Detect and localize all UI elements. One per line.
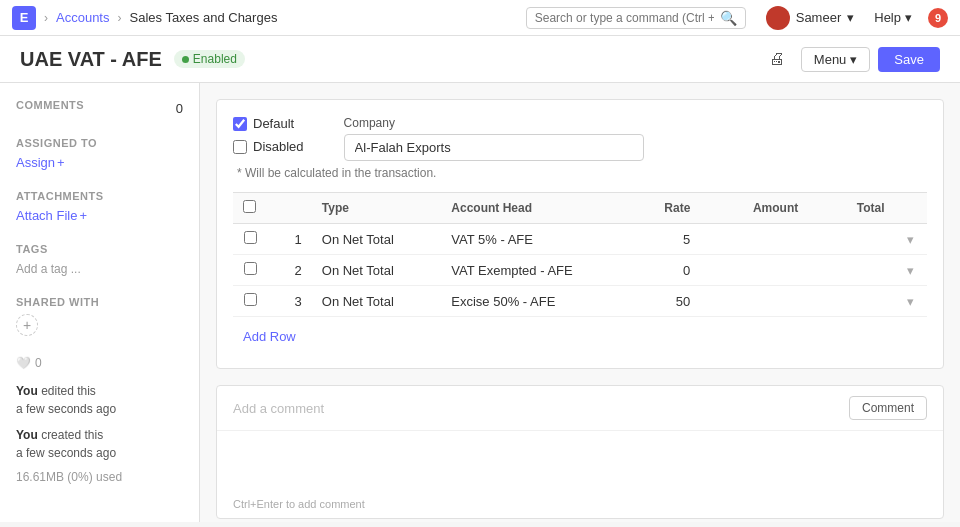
disabled-label: Disabled bbox=[253, 139, 304, 154]
row-action-1[interactable]: ▾ bbox=[895, 255, 927, 286]
comment-button[interactable]: Comment bbox=[849, 396, 927, 420]
row-rate-0: 5 bbox=[614, 224, 700, 255]
row-total-1 bbox=[808, 255, 894, 286]
comment-placeholder: Add a comment bbox=[233, 401, 324, 416]
help-menu[interactable]: Help ▾ bbox=[874, 10, 912, 25]
row-rate-1: 0 bbox=[614, 255, 700, 286]
avatar bbox=[766, 6, 790, 30]
row-checkbox-cell bbox=[233, 224, 269, 255]
menu-label: Menu bbox=[814, 52, 847, 67]
sidebar-comments-section: Comments 0 bbox=[16, 99, 183, 117]
shared-add-button[interactable]: + bbox=[16, 314, 38, 336]
activity-time-2: a few seconds ago bbox=[16, 446, 116, 460]
attachments-label: ATTACHMENTS bbox=[16, 190, 183, 202]
add-row-button[interactable]: Add Row bbox=[233, 321, 306, 352]
note-text: * Will be calculated in the transaction. bbox=[233, 166, 927, 180]
row-type-2: On Net Total bbox=[312, 286, 442, 317]
table-row: 2 On Net Total VAT Exempted - AFE 0 ▾ bbox=[233, 255, 927, 286]
row-dropdown-icon-0[interactable]: ▾ bbox=[907, 232, 914, 247]
search-bar: 🔍 bbox=[526, 7, 746, 29]
search-input[interactable] bbox=[535, 11, 714, 25]
assigned-label: ASSIGNED TO bbox=[16, 137, 183, 149]
help-dropdown-icon: ▾ bbox=[905, 10, 912, 25]
select-all-checkbox[interactable] bbox=[243, 200, 256, 213]
disabled-checkbox[interactable] bbox=[233, 140, 247, 154]
status-badge: Enabled bbox=[174, 50, 245, 68]
storage-info: 16.61MB (0%) used bbox=[16, 470, 183, 484]
row-checkbox-cell bbox=[233, 255, 269, 286]
row-account-2: Excise 50% - AFE bbox=[441, 286, 614, 317]
app-icon: E bbox=[12, 6, 36, 30]
sidebar: Comments 0 ASSIGNED TO Assign + ATTACHME… bbox=[0, 83, 200, 522]
disabled-checkbox-row[interactable]: Disabled bbox=[233, 139, 304, 154]
print-button[interactable]: 🖨 bbox=[761, 46, 793, 72]
default-label: Default bbox=[253, 116, 294, 131]
company-input[interactable] bbox=[344, 134, 644, 161]
attach-label: Attach File bbox=[16, 208, 77, 223]
form-top-row: Default Disabled Company bbox=[233, 116, 927, 166]
comments-count: 0 bbox=[176, 101, 183, 116]
activity-user-1: You bbox=[16, 384, 38, 398]
menu-button[interactable]: Menu ▾ bbox=[801, 47, 871, 72]
row-amount-2 bbox=[700, 286, 808, 317]
assign-button[interactable]: Assign + bbox=[16, 155, 65, 170]
default-checkbox[interactable] bbox=[233, 117, 247, 131]
row-amount-1 bbox=[700, 255, 808, 286]
comment-header: Add a comment Comment bbox=[217, 386, 943, 431]
form-card: Default Disabled Company * Will be calcu… bbox=[216, 99, 944, 369]
row-account-0: VAT 5% - AFE bbox=[441, 224, 614, 255]
breadcrumb-sep-2: › bbox=[117, 11, 121, 25]
sidebar-assigned-section: ASSIGNED TO Assign + bbox=[16, 137, 183, 170]
breadcrumb-current: Sales Taxes and Charges bbox=[129, 10, 277, 25]
comment-hint: Ctrl+Enter to add comment bbox=[217, 494, 943, 518]
th-checkbox bbox=[233, 193, 269, 224]
activity-action-1: edited this bbox=[41, 384, 96, 398]
comment-textarea[interactable] bbox=[217, 431, 943, 491]
table-row: 3 On Net Total Excise 50% - AFE 50 ▾ bbox=[233, 286, 927, 317]
activity-action-2: created this bbox=[41, 428, 103, 442]
activity-item-2: You created this a few seconds ago bbox=[16, 426, 183, 462]
heart-icon[interactable]: 🤍 bbox=[16, 356, 31, 370]
row-type-0: On Net Total bbox=[312, 224, 442, 255]
comment-card: Add a comment Comment Ctrl+Enter to add … bbox=[216, 385, 944, 519]
row-dropdown-icon-1[interactable]: ▾ bbox=[907, 263, 914, 278]
tag-add-button[interactable]: Add a tag ... bbox=[16, 262, 81, 276]
row-total-2 bbox=[808, 286, 894, 317]
row-account-1: VAT Exempted - AFE bbox=[441, 255, 614, 286]
save-button[interactable]: Save bbox=[878, 47, 940, 72]
form-card-body: Default Disabled Company * Will be calcu… bbox=[217, 100, 943, 368]
row-action-0[interactable]: ▾ bbox=[895, 224, 927, 255]
help-label: Help bbox=[874, 10, 901, 25]
user-name: Sameer bbox=[796, 10, 842, 25]
tags-label: TAGS bbox=[16, 243, 183, 255]
row-total-0 bbox=[808, 224, 894, 255]
page-header: UAE VAT - AFE Enabled 🖨 Menu ▾ Save bbox=[0, 36, 960, 83]
status-label: Enabled bbox=[193, 52, 237, 66]
page-title: UAE VAT - AFE bbox=[20, 48, 162, 71]
header-actions: 🖨 Menu ▾ Save bbox=[761, 46, 940, 72]
row-type-1: On Net Total bbox=[312, 255, 442, 286]
main-content: Comments 0 ASSIGNED TO Assign + ATTACHME… bbox=[0, 83, 960, 522]
row-checkbox-0[interactable] bbox=[244, 231, 257, 244]
row-action-2[interactable]: ▾ bbox=[895, 286, 927, 317]
attach-button[interactable]: Attach File + bbox=[16, 208, 87, 223]
row-dropdown-icon-2[interactable]: ▾ bbox=[907, 294, 914, 309]
company-label: Company bbox=[344, 116, 644, 130]
row-num-0: 1 bbox=[269, 224, 312, 255]
user-menu[interactable]: Sameer ▾ bbox=[766, 6, 855, 30]
search-icon: 🔍 bbox=[720, 10, 737, 26]
notification-badge[interactable]: 9 bbox=[928, 8, 948, 28]
th-type: Type bbox=[312, 193, 442, 224]
tax-table: Type Account Head Rate Amount Total 1 On… bbox=[233, 192, 927, 317]
right-panel: Default Disabled Company * Will be calcu… bbox=[200, 83, 960, 522]
row-checkbox-2[interactable] bbox=[244, 293, 257, 306]
form-checkboxes: Default Disabled bbox=[233, 116, 304, 154]
topnav: E › Accounts › Sales Taxes and Charges 🔍… bbox=[0, 0, 960, 36]
th-total: Total bbox=[808, 193, 894, 224]
row-checkbox-1[interactable] bbox=[244, 262, 257, 275]
assign-plus-icon: + bbox=[57, 155, 65, 170]
default-checkbox-row[interactable]: Default bbox=[233, 116, 304, 131]
th-amount: Amount bbox=[700, 193, 808, 224]
breadcrumb-accounts[interactable]: Accounts bbox=[56, 10, 109, 25]
sidebar-tags-section: TAGS Add a tag ... bbox=[16, 243, 183, 276]
